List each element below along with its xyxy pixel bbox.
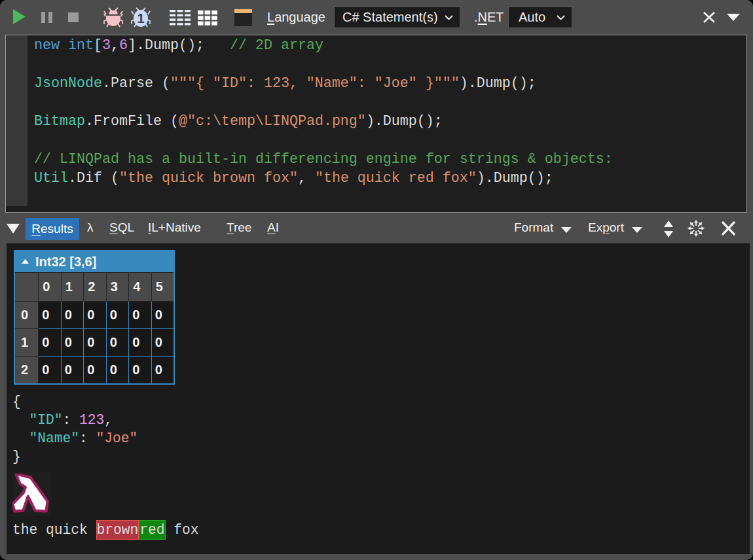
svg-text:1: 1 (137, 11, 144, 26)
